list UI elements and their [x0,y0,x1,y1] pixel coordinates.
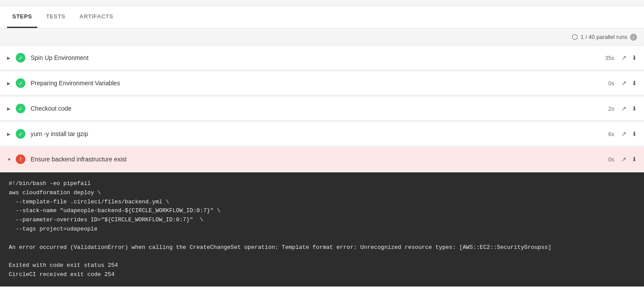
tabs-container: STEPS TESTS ARTIFACTS [0,6,644,28]
tab-artifacts[interactable]: ARTIFACTS [74,6,119,28]
step-duration-env-vars: 0s [601,80,614,87]
download-icon[interactable]: ⬇ [632,55,637,61]
external-link-icon[interactable]: ↗ [621,156,626,162]
step-actions-yum: ↗ ⬇ [621,131,637,137]
step-duration-spin-up: 35s [601,55,614,61]
check-icon: ✓ [18,55,23,61]
check-icon: ✓ [18,80,23,87]
terminal-line-2: aws cloudformation deploy \ [9,189,101,196]
step-actions-ensure-backend: ↗ ⬇ [621,156,637,162]
terminal-line-4: --stack-name "udapeople-backend-${CIRCLE… [9,207,220,214]
step-name-yum: yum -y install tar gzip [31,130,601,137]
status-icon-error: ! [16,154,25,164]
step-name-checkout: Checkout code [31,105,601,112]
step-actions-spin-up: ↗ ⬇ [621,55,637,61]
info-circle-icon[interactable]: i [630,34,637,41]
terminal-line-3: --template-file .circleci/files/backend.… [9,199,169,205]
status-icon-success: ✓ [16,129,25,139]
main-content: ⬡ 1 / 40 parallel runs i ▶ ✓ Spin Up Env… [0,28,644,287]
tab-tests[interactable]: TESTS [41,6,70,28]
step-duration-checkout: 2s [601,105,614,112]
step-row-env-vars[interactable]: ▶ ✓ Preparing Environment Variables 0s ↗… [0,71,644,95]
external-link-icon[interactable]: ↗ [621,80,626,86]
external-link-icon[interactable]: ↗ [621,105,626,112]
terminal-output: #!/bin/bash -eo pipefail aws cloudformat… [0,172,644,287]
step-actions-env-vars: ↗ ⬇ [621,80,637,86]
terminal-exit-line-1: Exited with code exit status 254 [9,262,118,269]
step-duration-yum: 6s [601,131,614,137]
step-row-ensure-backend[interactable]: ▼ ! Ensure backend infrastructure exist … [0,147,644,171]
cube-icon: ⬡ [572,33,578,41]
download-icon[interactable]: ⬇ [632,131,637,137]
download-icon[interactable]: ⬇ [632,156,637,162]
chevron-right-icon: ▶ [7,106,16,111]
step-name-ensure-backend: Ensure backend infrastructure exist [31,156,601,163]
status-icon-success: ✓ [16,78,25,88]
chevron-right-icon: ▶ [7,81,16,86]
tab-steps[interactable]: STEPS [7,6,37,28]
parallel-runs-text: 1 / 40 parallel runs [581,34,627,40]
parallel-info: ⬡ 1 / 40 parallel runs i [572,33,637,41]
status-icon-success: ✓ [16,104,25,113]
download-icon[interactable]: ⬇ [632,80,637,86]
step-row-checkout[interactable]: ▶ ✓ Checkout code 2s ↗ ⬇ [0,96,644,121]
parallel-bar: ⬡ 1 / 40 parallel runs i [0,28,644,45]
top-bar [0,0,644,6]
step-name-spin-up: Spin Up Environment [31,54,601,61]
status-icon-success: ✓ [16,53,25,63]
check-icon: ✓ [18,105,23,112]
step-row-yum[interactable]: ▶ ✓ yum -y install tar gzip 6s ↗ ⬇ [0,122,644,146]
check-icon: ✓ [18,131,23,137]
external-link-icon[interactable]: ↗ [621,55,626,61]
step-name-env-vars: Preparing Environment Variables [31,80,601,87]
chevron-right-icon: ▶ [7,56,16,60]
step-row-spin-up[interactable]: ▶ ✓ Spin Up Environment 35s ↗ ⬇ [0,45,644,70]
terminal-line-1: #!/bin/bash -eo pipefail [9,180,91,187]
terminal-line-5: --parameter-overrides ID="${CIRCLE_WORKF… [9,217,203,223]
step-duration-ensure-backend: 0s [601,156,614,163]
download-icon[interactable]: ⬇ [632,105,637,112]
terminal-error-message: An error occurred (ValidationError) when… [9,244,551,251]
exclamation-icon: ! [20,156,21,163]
chevron-down-icon: ▼ [7,157,16,162]
external-link-icon[interactable]: ↗ [621,131,626,137]
step-actions-checkout: ↗ ⬇ [621,105,637,112]
terminal-exit-line-2: CircleCI received exit code 254 [9,271,115,278]
chevron-right-icon: ▶ [7,132,16,136]
terminal-line-6: --tags project=udapeople [9,226,98,232]
